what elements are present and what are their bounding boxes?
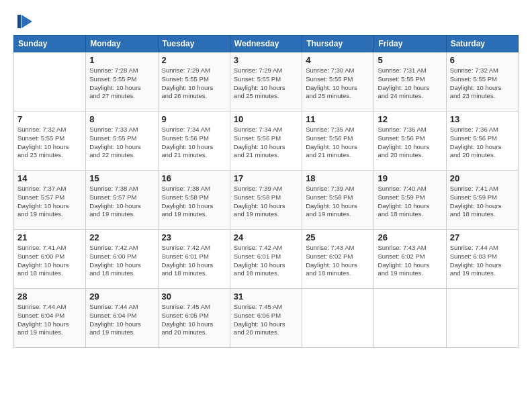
calendar-cell: 17Sunrise: 7:39 AM Sunset: 5:58 PM Dayli… xyxy=(230,171,302,230)
calendar-cell: 19Sunrise: 7:40 AM Sunset: 5:59 PM Dayli… xyxy=(374,171,446,230)
calendar-cell: 28Sunrise: 7:44 AM Sunset: 6:04 PM Dayli… xyxy=(14,289,86,348)
calendar-cell: 27Sunrise: 7:44 AM Sunset: 6:03 PM Dayli… xyxy=(446,230,518,289)
day-number: 18 xyxy=(306,173,370,183)
day-info: Sunrise: 7:44 AM Sunset: 6:03 PM Dayligh… xyxy=(450,244,515,278)
day-number: 14 xyxy=(17,173,82,183)
day-info: Sunrise: 7:42 AM Sunset: 6:01 PM Dayligh… xyxy=(234,244,298,278)
logo xyxy=(13,12,34,31)
day-number: 6 xyxy=(450,55,515,65)
day-info: Sunrise: 7:37 AM Sunset: 5:57 PM Dayligh… xyxy=(17,185,82,219)
day-number: 5 xyxy=(378,55,442,65)
calendar-week-4: 28Sunrise: 7:44 AM Sunset: 6:04 PM Dayli… xyxy=(14,289,519,348)
day-number: 11 xyxy=(306,114,370,124)
weekday-saturday: Saturday xyxy=(446,36,518,52)
day-info: Sunrise: 7:30 AM Sunset: 5:55 PM Dayligh… xyxy=(306,66,370,101)
calendar-cell: 26Sunrise: 7:43 AM Sunset: 6:02 PM Dayli… xyxy=(374,230,446,289)
day-number: 8 xyxy=(89,114,154,124)
calendar-cell: 21Sunrise: 7:41 AM Sunset: 6:00 PM Dayli… xyxy=(14,230,86,289)
calendar-header: SundayMondayTuesdayWednesdayThursdayFrid… xyxy=(14,36,519,52)
day-info: Sunrise: 7:44 AM Sunset: 6:04 PM Dayligh… xyxy=(17,303,82,337)
day-number: 9 xyxy=(162,114,226,124)
calendar-week-2: 14Sunrise: 7:37 AM Sunset: 5:57 PM Dayli… xyxy=(14,171,519,230)
day-info: Sunrise: 7:38 AM Sunset: 5:58 PM Dayligh… xyxy=(162,185,226,219)
calendar-cell: 22Sunrise: 7:42 AM Sunset: 6:00 PM Dayli… xyxy=(86,230,158,289)
svg-marker-0 xyxy=(21,15,32,28)
calendar-cell xyxy=(374,289,446,348)
calendar-cell: 6Sunrise: 7:32 AM Sunset: 5:55 PM Daylig… xyxy=(446,52,518,111)
calendar-cell: 1Sunrise: 7:28 AM Sunset: 5:55 PM Daylig… xyxy=(86,52,158,111)
day-number: 19 xyxy=(378,173,442,183)
calendar-cell: 3Sunrise: 7:29 AM Sunset: 5:55 PM Daylig… xyxy=(230,52,302,111)
calendar-cell: 15Sunrise: 7:38 AM Sunset: 5:57 PM Dayli… xyxy=(86,171,158,230)
day-number: 16 xyxy=(162,173,226,183)
day-info: Sunrise: 7:39 AM Sunset: 5:58 PM Dayligh… xyxy=(234,185,298,219)
calendar-week-3: 21Sunrise: 7:41 AM Sunset: 6:00 PM Dayli… xyxy=(14,230,519,289)
day-number: 26 xyxy=(378,232,442,242)
day-info: Sunrise: 7:28 AM Sunset: 5:55 PM Dayligh… xyxy=(89,66,154,101)
day-number: 24 xyxy=(234,232,298,242)
day-number: 4 xyxy=(306,55,370,65)
day-info: Sunrise: 7:39 AM Sunset: 5:58 PM Dayligh… xyxy=(306,185,370,219)
calendar-cell xyxy=(302,289,374,348)
calendar-cell: 11Sunrise: 7:35 AM Sunset: 5:56 PM Dayli… xyxy=(302,111,374,171)
day-info: Sunrise: 7:36 AM Sunset: 5:56 PM Dayligh… xyxy=(450,126,515,160)
header xyxy=(13,12,519,31)
calendar-cell: 7Sunrise: 7:32 AM Sunset: 5:55 PM Daylig… xyxy=(14,111,86,171)
day-info: Sunrise: 7:34 AM Sunset: 5:56 PM Dayligh… xyxy=(162,126,226,160)
calendar-cell: 18Sunrise: 7:39 AM Sunset: 5:58 PM Dayli… xyxy=(302,171,374,230)
calendar-cell: 20Sunrise: 7:41 AM Sunset: 5:59 PM Dayli… xyxy=(446,171,518,230)
day-info: Sunrise: 7:41 AM Sunset: 6:00 PM Dayligh… xyxy=(17,244,82,278)
day-info: Sunrise: 7:29 AM Sunset: 5:55 PM Dayligh… xyxy=(162,66,226,101)
calendar-cell: 24Sunrise: 7:42 AM Sunset: 6:01 PM Dayli… xyxy=(230,230,302,289)
day-info: Sunrise: 7:42 AM Sunset: 6:01 PM Dayligh… xyxy=(162,244,226,278)
calendar-cell: 2Sunrise: 7:29 AM Sunset: 5:55 PM Daylig… xyxy=(158,52,230,111)
calendar-cell: 29Sunrise: 7:44 AM Sunset: 6:04 PM Dayli… xyxy=(86,289,158,348)
day-info: Sunrise: 7:34 AM Sunset: 5:56 PM Dayligh… xyxy=(234,126,298,160)
day-number: 20 xyxy=(450,173,515,183)
day-info: Sunrise: 7:43 AM Sunset: 6:02 PM Dayligh… xyxy=(306,244,370,278)
calendar-body: 1Sunrise: 7:28 AM Sunset: 5:55 PM Daylig… xyxy=(14,52,519,348)
calendar-cell: 13Sunrise: 7:36 AM Sunset: 5:56 PM Dayli… xyxy=(446,111,518,171)
weekday-header-row: SundayMondayTuesdayWednesdayThursdayFrid… xyxy=(14,36,519,52)
day-number: 13 xyxy=(450,114,515,124)
weekday-monday: Monday xyxy=(86,36,158,52)
logo-icon xyxy=(15,12,34,31)
day-info: Sunrise: 7:42 AM Sunset: 6:00 PM Dayligh… xyxy=(89,244,154,278)
weekday-tuesday: Tuesday xyxy=(158,36,230,52)
day-info: Sunrise: 7:44 AM Sunset: 6:04 PM Dayligh… xyxy=(89,303,154,337)
day-info: Sunrise: 7:29 AM Sunset: 5:55 PM Dayligh… xyxy=(234,66,298,101)
svg-rect-1 xyxy=(17,15,21,28)
day-number: 25 xyxy=(306,232,370,242)
calendar-cell: 5Sunrise: 7:31 AM Sunset: 5:55 PM Daylig… xyxy=(374,52,446,111)
day-number: 2 xyxy=(162,55,226,65)
day-number: 21 xyxy=(17,232,82,242)
day-info: Sunrise: 7:36 AM Sunset: 5:56 PM Dayligh… xyxy=(378,126,442,160)
day-info: Sunrise: 7:32 AM Sunset: 5:55 PM Dayligh… xyxy=(450,66,515,101)
day-number: 29 xyxy=(89,291,154,302)
day-info: Sunrise: 7:41 AM Sunset: 5:59 PM Dayligh… xyxy=(450,185,515,219)
day-number: 12 xyxy=(378,114,442,124)
day-number: 15 xyxy=(89,173,154,183)
calendar-cell: 14Sunrise: 7:37 AM Sunset: 5:57 PM Dayli… xyxy=(14,171,86,230)
day-info: Sunrise: 7:33 AM Sunset: 5:55 PM Dayligh… xyxy=(89,126,154,160)
weekday-wednesday: Wednesday xyxy=(230,36,302,52)
weekday-thursday: Thursday xyxy=(302,36,374,52)
day-info: Sunrise: 7:43 AM Sunset: 6:02 PM Dayligh… xyxy=(378,244,442,278)
day-number: 22 xyxy=(89,232,154,242)
day-number: 27 xyxy=(450,232,515,242)
calendar-cell: 25Sunrise: 7:43 AM Sunset: 6:02 PM Dayli… xyxy=(302,230,374,289)
day-number: 31 xyxy=(234,291,298,302)
calendar-cell: 9Sunrise: 7:34 AM Sunset: 5:56 PM Daylig… xyxy=(158,111,230,171)
day-info: Sunrise: 7:31 AM Sunset: 5:55 PM Dayligh… xyxy=(378,66,442,101)
day-info: Sunrise: 7:35 AM Sunset: 5:56 PM Dayligh… xyxy=(306,126,370,160)
calendar-cell: 30Sunrise: 7:45 AM Sunset: 6:05 PM Dayli… xyxy=(158,289,230,348)
day-info: Sunrise: 7:32 AM Sunset: 5:55 PM Dayligh… xyxy=(17,126,82,160)
day-number: 1 xyxy=(89,55,154,65)
day-number: 30 xyxy=(162,291,226,302)
page: SundayMondayTuesdayWednesdayThursdayFrid… xyxy=(0,0,532,411)
weekday-friday: Friday xyxy=(374,36,446,52)
calendar-table: SundayMondayTuesdayWednesdayThursdayFrid… xyxy=(13,35,519,348)
calendar-cell: 12Sunrise: 7:36 AM Sunset: 5:56 PM Dayli… xyxy=(374,111,446,171)
calendar-cell: 31Sunrise: 7:45 AM Sunset: 6:06 PM Dayli… xyxy=(230,289,302,348)
calendar-week-1: 7Sunrise: 7:32 AM Sunset: 5:55 PM Daylig… xyxy=(14,111,519,171)
